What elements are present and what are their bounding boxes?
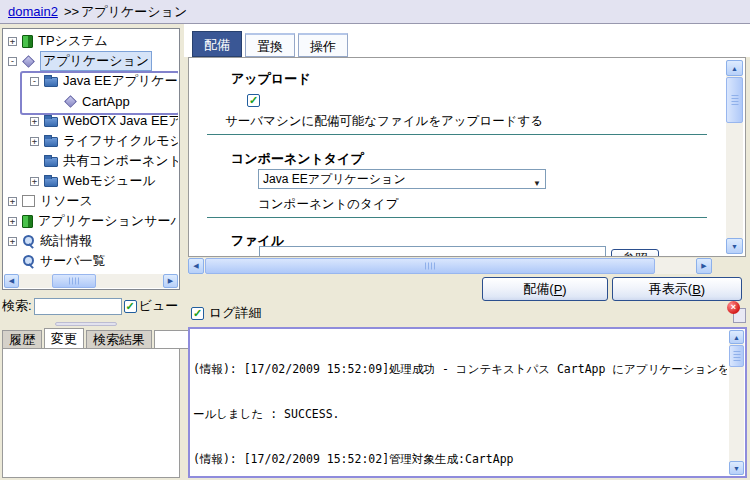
log-line: (情報): [17/02/2009 15:52:09]処理成功 - コンテキスト… (193, 362, 727, 377)
content-vertical-scrollbar[interactable]: ▲ ▼ (726, 60, 743, 254)
deploy-button-label: 配備( (523, 280, 553, 298)
tree-item-shared-components[interactable]: 共有コンポーネント (4, 151, 178, 171)
log-detail-checkbox[interactable]: ✓ (191, 307, 204, 320)
tree-item-javaee-apps[interactable]: - Java EEアプリケーション (4, 71, 178, 91)
log-line: ールしました : SUCCESS. (193, 407, 727, 422)
server-cube-icon (22, 215, 33, 228)
scroll-up-icon[interactable]: ▲ (726, 60, 743, 76)
scroll-thumb[interactable] (726, 77, 743, 123)
expand-icon[interactable]: + (8, 237, 17, 246)
expand-icon[interactable]: + (30, 177, 39, 186)
expand-icon[interactable]: + (30, 137, 39, 146)
tree-item-label: CartApp (82, 94, 130, 109)
upload-description: サーバマシンに配備可能なファイルをアップロードする (225, 113, 543, 130)
search-label: 検索: (2, 297, 32, 315)
log-detail-label: ログ詳細 (209, 304, 262, 322)
tree-horizontal-scrollbar[interactable]: ◀ ▶ (4, 274, 178, 288)
section-divider (207, 134, 707, 135)
log-line: (情報): [17/02/2009 15:52:02]管理対象生成:CartAp… (193, 452, 727, 467)
log-panel[interactable]: (情報): [17/02/2009 15:52:09]処理成功 - コンテキスト… (188, 327, 747, 478)
search-input[interactable] (34, 298, 122, 315)
folder-icon (44, 137, 58, 147)
component-type-select[interactable]: Java EEアプリケーション ▼ (258, 169, 546, 189)
tab-search-results[interactable]: 検索結果 (86, 330, 152, 349)
expand-icon[interactable]: + (8, 217, 17, 226)
tree-item-label: TPシステム (38, 32, 108, 50)
tab-deploy[interactable]: 配備 (192, 31, 242, 57)
breadcrumb-current: アプリケーション (81, 4, 187, 19)
scroll-up-icon[interactable]: ▲ (729, 330, 744, 344)
log-text: (情報): [17/02/2009 15:52:09]処理成功 - コンテキスト… (193, 332, 727, 476)
component-type-value: Java EEアプリケーション (263, 172, 406, 186)
content-horizontal-scrollbar[interactable]: ◀ ▶ (188, 258, 712, 274)
search-row: 検索: ✓ ビュー (2, 295, 180, 317)
tree-item-tp-system[interactable]: + TPシステム (4, 31, 178, 51)
tree-item-label: 統計情報 (40, 232, 92, 250)
tree-item-label: WebOTX Java EEアプリケーション (63, 112, 178, 130)
main-tab-strip: 配備 置換 操作 (184, 24, 750, 57)
expand-icon[interactable]: + (8, 37, 17, 46)
breadcrumb-separator: >> (64, 4, 79, 19)
log-detail-row: ✓ ログ詳細 (191, 304, 262, 322)
changes-panel (2, 348, 180, 478)
scroll-down-icon[interactable]: ▼ (726, 238, 743, 254)
close-icon: × (727, 301, 740, 314)
breadcrumb-domain-link[interactable]: domain2 (8, 4, 58, 19)
clear-log-icon[interactable]: × (727, 301, 747, 323)
expand-icon[interactable]: + (30, 117, 39, 126)
server-cube-icon (22, 35, 33, 48)
tab-changes[interactable]: 変更 (44, 328, 84, 349)
tree-item-applications[interactable]: - アプリケーション (4, 51, 178, 71)
log-vertical-scrollbar[interactable]: ▲ ▼ (729, 330, 744, 475)
scroll-thumb[interactable] (52, 274, 96, 288)
tree-item-label: Webモジュール (63, 172, 156, 190)
tree-item-application-server[interactable]: + アプリケーションサーバ (4, 211, 178, 231)
magnifier-icon (22, 235, 35, 248)
scroll-down-icon[interactable]: ▼ (729, 461, 744, 475)
tree-item-webotx-javaee[interactable]: + WebOTX Java EEアプリケーション (4, 111, 178, 131)
tab-operate[interactable]: 操作 (298, 33, 348, 57)
tab-history[interactable]: 履歴 (2, 330, 42, 349)
tree-item-label: リソース (40, 192, 93, 210)
tree-item-label: ライフサイクルモジュール (63, 132, 178, 150)
left-tab-bar: 履歴 変更 検索結果 (2, 328, 198, 349)
tree-item-statistics[interactable]: + 統計情報 (4, 231, 178, 251)
deploy-button[interactable]: 配備(P) (482, 277, 608, 301)
diamond-icon (64, 95, 77, 108)
refresh-button-label-end: ) (701, 282, 705, 297)
expand-icon[interactable]: + (8, 197, 17, 206)
view-checkbox[interactable]: ✓ (124, 300, 137, 313)
scroll-right-icon[interactable]: ▶ (696, 258, 712, 274)
upload-heading: アップロード (231, 70, 311, 88)
tree-item-cartapp[interactable]: CartApp (4, 91, 178, 111)
tree-item-label: サーバ一覧 (40, 252, 106, 270)
tab-replace[interactable]: 置換 (245, 33, 295, 57)
browse-button[interactable]: 参照 (611, 249, 659, 257)
upload-checkbox[interactable]: ✓ (247, 94, 260, 107)
folder-icon (44, 177, 58, 187)
refresh-button-label: 再表示( (649, 280, 692, 298)
component-type-heading: コンポーネントタイプ (231, 150, 364, 168)
chevron-down-icon: ▼ (533, 175, 541, 189)
tree-item-lifecycle-modules[interactable]: + ライフサイクルモジュール (4, 131, 178, 151)
collapse-icon[interactable]: - (8, 57, 17, 66)
navigation-tree-panel: + TPシステム - アプリケーション - Java EEアプリケーション Ca… (2, 28, 180, 290)
scroll-left-icon[interactable]: ◀ (188, 258, 204, 274)
scroll-thumb[interactable] (729, 345, 744, 367)
scroll-left-icon[interactable]: ◀ (4, 274, 19, 288)
magnifier-icon (22, 255, 35, 268)
tree-item-server-list[interactable]: サーバ一覧 (4, 251, 178, 271)
tree-item-resources[interactable]: + リソース (4, 191, 178, 211)
refresh-button[interactable]: 再表示(B) (612, 277, 742, 301)
tree-item-label: Java EEアプリケーション (63, 72, 178, 90)
tree-rows: + TPシステム - アプリケーション - Java EEアプリケーション Ca… (4, 31, 178, 274)
file-path-input[interactable] (259, 246, 606, 257)
scroll-thumb[interactable] (205, 258, 655, 274)
breadcrumb: domain2>>アプリケーション (0, 0, 750, 24)
collapse-icon[interactable]: - (30, 77, 39, 86)
scroll-right-icon[interactable]: ▶ (163, 274, 178, 288)
resource-list-icon (22, 195, 35, 207)
tree-item-web-modules[interactable]: + Webモジュール (4, 171, 178, 191)
view-checkbox-label: ビュー (139, 297, 179, 315)
splitter-handle[interactable] (55, 322, 117, 326)
